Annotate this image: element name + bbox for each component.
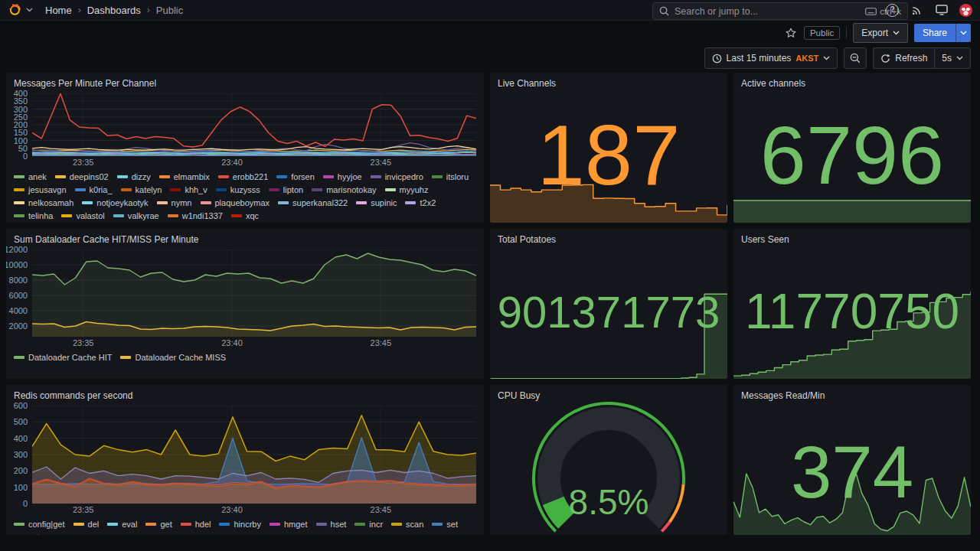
- legend-item[interactable]: get: [145, 518, 172, 530]
- legend-item[interactable]: xqc: [231, 210, 259, 222]
- avatar[interactable]: [959, 4, 972, 17]
- legend-item[interactable]: notjoeykaotyk: [82, 197, 148, 209]
- legend-item[interactable]: katelyn: [121, 184, 162, 196]
- legend-item[interactable]: scan: [391, 518, 423, 530]
- legend-item[interactable]: khh_v: [170, 184, 207, 196]
- legend-item[interactable]: set: [432, 518, 458, 530]
- y-axis-tick: 10000: [6, 260, 28, 269]
- chart-area: 050100150200250300350400: [6, 93, 484, 156]
- panel-title[interactable]: Live Channels: [490, 73, 564, 92]
- legend-label: set: [446, 518, 458, 530]
- legend-item[interactable]: itsloru: [432, 171, 469, 183]
- legend-item[interactable]: telinha: [14, 210, 53, 222]
- search-input[interactable]: Search or jump to... ctrl+k: [652, 2, 908, 20]
- panel-title[interactable]: Users Seen: [733, 229, 797, 248]
- legend-item[interactable]: supinic: [356, 197, 397, 209]
- legend-item[interactable]: invicpedro: [371, 171, 423, 183]
- legend-item[interactable]: incr: [354, 518, 383, 530]
- legend-item[interactable]: jesusavgn: [14, 184, 67, 196]
- legend-item[interactable]: valastol: [61, 210, 104, 222]
- breadcrumb-home[interactable]: Home: [45, 5, 72, 16]
- legend-item[interactable]: hdel: [181, 518, 211, 530]
- legend-item[interactable]: del: [74, 518, 100, 530]
- chart-plot[interactable]: [32, 93, 476, 156]
- legend-item[interactable]: t2x2: [405, 197, 436, 209]
- share-button[interactable]: Share: [914, 24, 971, 42]
- legend-item[interactable]: hyyjoe: [323, 171, 362, 183]
- legend-item[interactable]: myyuhz: [385, 184, 429, 196]
- legend-label: scan: [406, 518, 423, 530]
- legend-item[interactable]: nymn: [157, 197, 192, 209]
- zoom-out-button[interactable]: [844, 47, 867, 69]
- help-icon[interactable]: ?: [886, 4, 899, 17]
- legend-swatch: [181, 523, 191, 526]
- legend-item[interactable]: setex: [14, 531, 48, 535]
- legend-label: elmambix: [174, 171, 210, 183]
- legend-item[interactable]: deepins02: [55, 171, 109, 183]
- legend-item[interactable]: kuzysss: [216, 184, 260, 196]
- legend-swatch: [168, 214, 178, 217]
- y-axis-tick: 4000: [9, 306, 28, 315]
- legend-item[interactable]: forsen: [276, 171, 315, 183]
- export-button[interactable]: Export: [853, 23, 908, 43]
- legend-swatch: [354, 523, 365, 526]
- panel-title[interactable]: Messages Read/Min: [733, 385, 832, 404]
- share-menu-caret[interactable]: [956, 24, 971, 42]
- panel-title[interactable]: Active channels: [733, 73, 813, 92]
- legend-swatch: [391, 523, 402, 526]
- legend-item[interactable]: superkanal322: [278, 197, 348, 209]
- y-axis-tick: 200: [14, 466, 28, 475]
- legend-item[interactable]: Dataloader Cache HIT: [14, 351, 112, 364]
- panel-title[interactable]: Total Potatoes: [490, 229, 564, 248]
- y-axis-tick: 500: [14, 417, 28, 426]
- legend-item[interactable]: erobb221: [218, 171, 269, 183]
- legend-item[interactable]: hincrby: [219, 518, 260, 530]
- legend-label: w1ndi1337: [182, 210, 223, 222]
- legend-swatch: [269, 188, 279, 191]
- legend-item[interactable]: lipton: [269, 184, 303, 196]
- refresh-button[interactable]: Refresh: [873, 47, 934, 69]
- legend-item[interactable]: config|get: [14, 518, 65, 530]
- legend-item[interactable]: plaqueboymax: [201, 197, 270, 209]
- legend-item[interactable]: hset: [316, 518, 347, 530]
- legend-item[interactable]: w1ndi1337: [168, 210, 223, 222]
- breadcrumb-current: Public: [156, 5, 183, 16]
- legend-label: nymn: [172, 197, 192, 209]
- grafana-logo-icon[interactable]: [8, 3, 21, 17]
- panel-title[interactable]: Messages Per Minute Per Channel: [6, 73, 164, 92]
- legend-label: superkanal322: [292, 197, 348, 209]
- legend-item[interactable]: elmambix: [159, 171, 210, 183]
- legend-item[interactable]: eval: [107, 518, 137, 530]
- star-icon[interactable]: [785, 27, 798, 40]
- chart-legend: Dataloader Cache HITDataloader Cache MIS…: [14, 351, 479, 364]
- legend-item[interactable]: anek: [14, 171, 47, 183]
- legend-label: xqc: [246, 210, 259, 222]
- refresh-interval-dropdown[interactable]: 5s: [934, 47, 971, 69]
- breadcrumb: Home › Dashboards › Public: [45, 5, 183, 16]
- legend-swatch: [270, 523, 280, 526]
- legend-item[interactable]: k0ria_: [75, 184, 113, 196]
- legend-label: hdel: [195, 518, 211, 530]
- chart-plot[interactable]: [32, 406, 476, 504]
- legend-label: lipton: [283, 184, 303, 196]
- time-range-picker[interactable]: Last 15 minutes AKST: [704, 47, 838, 69]
- chevron-down-icon[interactable]: [26, 8, 33, 12]
- y-axis-tick: 200: [14, 120, 28, 129]
- x-axis-tick: 23:40: [221, 338, 243, 347]
- legend-item[interactable]: dizzy: [117, 171, 151, 183]
- legend-item[interactable]: valkyrae: [113, 210, 159, 222]
- breadcrumb-dashboards[interactable]: Dashboards: [87, 5, 141, 16]
- stat-value: 187: [490, 112, 727, 198]
- kiosk-monitor-icon[interactable]: [935, 4, 948, 17]
- panel-title[interactable]: Sum Dataloader Cache HIT/MISS Per Minute: [6, 229, 206, 248]
- news-rss-icon[interactable]: [910, 4, 923, 17]
- legend-item[interactable]: marisnotokay: [312, 184, 376, 196]
- x-axis: 23:3523:4023:45: [32, 156, 476, 167]
- legend-label: hmget: [284, 518, 308, 530]
- x-axis-tick: 23:45: [371, 505, 392, 514]
- legend-item[interactable]: Dataloader Cache MISS: [120, 351, 226, 364]
- nav-left: Home › Dashboards › Public: [8, 3, 183, 17]
- legend-item[interactable]: hmget: [270, 518, 308, 530]
- chart-plot[interactable]: [32, 249, 476, 337]
- legend-item[interactable]: nelkosamah: [14, 197, 74, 209]
